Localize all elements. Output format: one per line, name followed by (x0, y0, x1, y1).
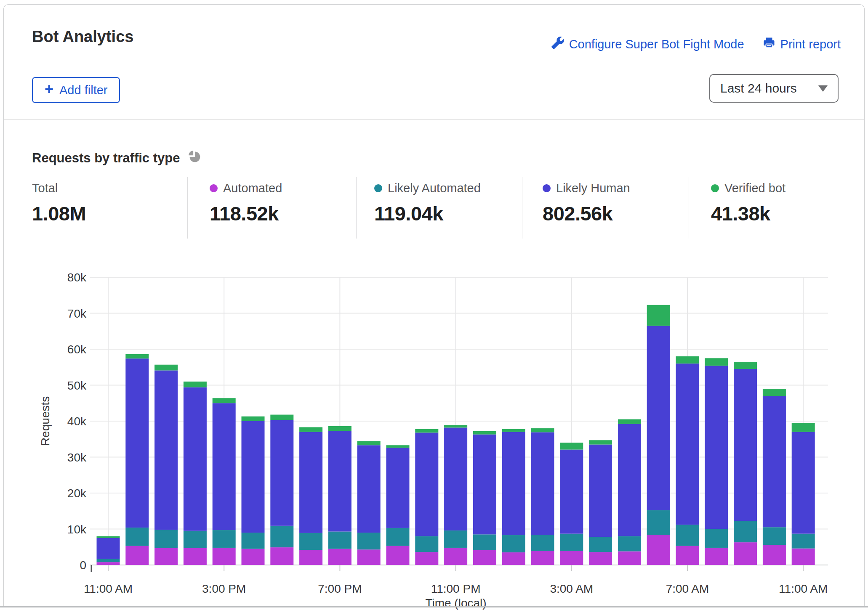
bar-segment-likely-automated[interactable] (270, 526, 293, 547)
bar-segment-likely-human[interactable] (270, 420, 293, 525)
bar-segment-likely-human[interactable] (589, 445, 612, 537)
bar-segment-verified-bot[interactable] (647, 305, 670, 326)
bar-segment-likely-automated[interactable] (734, 521, 757, 542)
bar-segment-automated[interactable] (502, 552, 525, 565)
bar-segment-likely-human[interactable] (560, 450, 583, 534)
time-range-dropdown[interactable]: Last 24 hours (709, 74, 839, 103)
bar-segment-likely-automated[interactable] (184, 531, 207, 548)
bar-segment-verified-bot[interactable] (560, 443, 583, 449)
bar-segment-automated[interactable] (763, 545, 786, 565)
bar-segment-automated[interactable] (125, 546, 149, 565)
bar-segment-automated[interactable] (705, 548, 728, 565)
bar-segment-likely-human[interactable] (705, 366, 728, 529)
bar-segment-automated[interactable] (589, 552, 612, 565)
bar-segment-likely-human[interactable] (473, 435, 496, 535)
bar-segment-likely-automated[interactable] (647, 510, 670, 535)
bar-segment-verified-bot[interactable] (184, 382, 207, 387)
bar-segment-likely-human[interactable] (792, 432, 815, 534)
bar-segment-likely-human[interactable] (415, 432, 438, 536)
bar-segment-verified-bot[interactable] (328, 426, 351, 431)
bar-segment-likely-automated[interactable] (473, 534, 496, 550)
bar-segment-automated[interactable] (357, 549, 381, 565)
bar-segment-likely-automated[interactable] (763, 527, 786, 545)
bar-segment-verified-bot[interactable] (415, 429, 438, 433)
bar-segment-likely-automated[interactable] (328, 531, 351, 549)
bar-segment-verified-bot[interactable] (676, 356, 699, 363)
add-filter-button[interactable]: + Add filter (32, 77, 120, 103)
bar-segment-automated[interactable] (444, 548, 467, 565)
bar-segment-verified-bot[interactable] (531, 428, 554, 432)
bar-segment-automated[interactable] (270, 547, 293, 565)
bar-segment-verified-bot[interactable] (792, 423, 815, 432)
bar-segment-likely-automated[interactable] (560, 534, 583, 551)
bar-segment-automated[interactable] (531, 551, 554, 565)
bar-segment-verified-bot[interactable] (473, 431, 496, 435)
bar-segment-verified-bot[interactable] (213, 398, 236, 403)
bar-segment-likely-human[interactable] (97, 538, 120, 559)
bar-segment-likely-human[interactable] (154, 370, 178, 530)
bar-segment-likely-automated[interactable] (618, 536, 641, 552)
bar-segment-automated[interactable] (386, 546, 410, 565)
bar-segment-automated[interactable] (792, 549, 815, 565)
bar-segment-likely-human[interactable] (242, 421, 265, 533)
bar-segment-likely-human[interactable] (647, 326, 670, 510)
bar-segment-likely-human[interactable] (734, 369, 757, 521)
bar-segment-likely-automated[interactable] (97, 559, 120, 562)
bar-segment-verified-bot[interactable] (589, 440, 612, 444)
bar-segment-verified-bot[interactable] (270, 415, 293, 420)
bar-segment-verified-bot[interactable] (386, 445, 410, 448)
bar-segment-likely-automated[interactable] (502, 535, 525, 552)
bar-segment-likely-automated[interactable] (125, 528, 149, 546)
bar-segment-likely-human[interactable] (531, 432, 554, 535)
bar-segment-likely-human[interactable] (444, 427, 467, 530)
bar-segment-automated[interactable] (154, 548, 178, 565)
bar-segment-verified-bot[interactable] (357, 441, 381, 445)
bar-segment-likely-human[interactable] (213, 403, 236, 530)
bar-segment-likely-human[interactable] (184, 387, 207, 531)
bar-segment-verified-bot[interactable] (618, 419, 641, 424)
bar-segment-automated[interactable] (299, 550, 322, 565)
bar-segment-likely-automated[interactable] (589, 537, 612, 552)
bar-segment-likely-human[interactable] (676, 363, 699, 525)
bar-segment-likely-automated[interactable] (415, 536, 438, 552)
bar-segment-verified-bot[interactable] (154, 365, 178, 371)
bar-segment-likely-human[interactable] (125, 358, 149, 528)
bar-segment-likely-automated[interactable] (676, 525, 699, 546)
bar-segment-verified-bot[interactable] (444, 425, 467, 427)
bar-segment-verified-bot[interactable] (299, 427, 322, 432)
bar-segment-likely-human[interactable] (357, 445, 381, 533)
bar-segment-automated[interactable] (184, 548, 207, 565)
bar-segment-likely-automated[interactable] (705, 529, 728, 548)
bar-segment-likely-human[interactable] (502, 432, 525, 535)
bar-segment-automated[interactable] (734, 542, 757, 565)
bar-segment-verified-bot[interactable] (763, 389, 786, 396)
bar-segment-likely-human[interactable] (763, 396, 786, 527)
bar-segment-automated[interactable] (618, 552, 641, 565)
bar-segment-likely-automated[interactable] (299, 533, 322, 550)
bar-segment-automated[interactable] (473, 550, 496, 565)
bar-segment-likely-human[interactable] (328, 431, 351, 531)
bar-segment-likely-automated[interactable] (242, 533, 265, 549)
bar-segment-automated[interactable] (676, 546, 699, 565)
bar-segment-likely-automated[interactable] (792, 534, 815, 549)
bar-segment-verified-bot[interactable] (502, 429, 525, 432)
bar-segment-automated[interactable] (647, 535, 670, 565)
bar-segment-verified-bot[interactable] (734, 362, 757, 369)
bar-segment-verified-bot[interactable] (125, 354, 149, 358)
bar-segment-automated[interactable] (415, 552, 438, 565)
bar-segment-likely-automated[interactable] (154, 530, 178, 548)
bar-segment-automated[interactable] (560, 551, 583, 565)
bar-segment-likely-human[interactable] (618, 424, 641, 536)
bar-segment-verified-bot[interactable] (242, 416, 265, 421)
bar-segment-automated[interactable] (242, 549, 265, 565)
bar-segment-likely-automated[interactable] (531, 535, 554, 551)
bar-segment-automated[interactable] (97, 562, 120, 565)
bar-segment-likely-automated[interactable] (213, 530, 236, 548)
bar-segment-likely-automated[interactable] (386, 528, 410, 546)
bar-segment-verified-bot[interactable] (97, 536, 120, 538)
configure-super-bot-fight-mode-link[interactable]: Configure Super Bot Fight Mode (551, 37, 744, 52)
bar-segment-likely-human[interactable] (386, 448, 410, 528)
print-report-link[interactable]: Print report (763, 37, 841, 52)
bar-segment-likely-human[interactable] (299, 432, 322, 533)
bar-segment-likely-automated[interactable] (357, 533, 381, 549)
